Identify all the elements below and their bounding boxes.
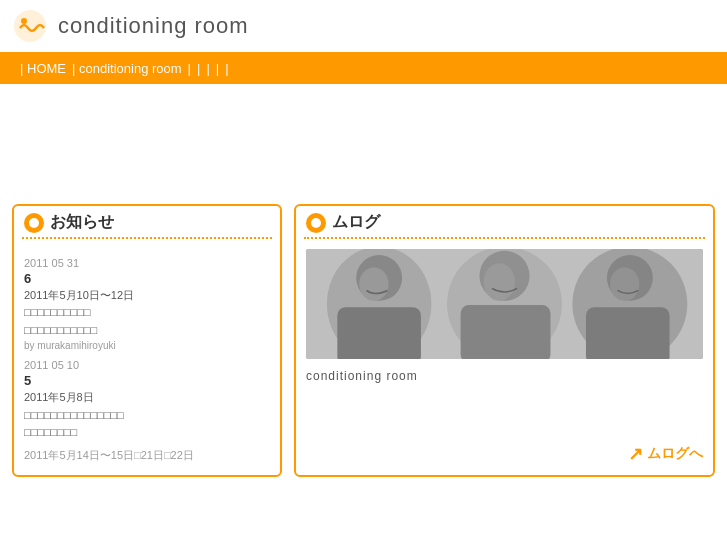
nav-sep-3: |	[206, 61, 209, 76]
svg-point-3	[311, 218, 321, 228]
oshirase-scroll[interactable]: 2011 05 31 6 2011年5月10日〜12日 □□□□□□□□□□ □…	[24, 249, 270, 469]
svg-rect-16	[586, 307, 670, 359]
mulog-panel: ムログ	[294, 204, 715, 477]
mulog-link[interactable]: ↗ ムログへ	[306, 443, 703, 465]
oshirase-body: 2011 05 31 6 2011年5月10日〜12日 □□□□□□□□□□ □…	[14, 245, 280, 475]
oshirase-panel: お知らせ 2011 05 31 6 2011年5月10日〜12日 □□□□□□□…	[12, 204, 282, 477]
entry-1-line1: 2011年5月10日〜12日	[24, 288, 268, 303]
mulog-divider	[304, 237, 705, 239]
entry-1-date: 2011 05 31	[24, 257, 268, 269]
nav-sep-4: |	[216, 61, 219, 76]
svg-rect-15	[461, 305, 551, 359]
content-area: お知らせ 2011 05 31 6 2011年5月10日〜12日 □□□□□□□…	[0, 204, 727, 489]
entry-1-line3: □□□□□□□□□□□	[24, 323, 268, 338]
mulog-description: conditioning room	[306, 369, 703, 383]
oshirase-icon	[24, 213, 44, 233]
nav-sep-1: |	[188, 61, 191, 76]
nav-conditioning-room[interactable]: | conditioning room	[72, 61, 182, 76]
mulog-link-label: ムログへ	[647, 445, 703, 463]
mulog-title: ムログ	[332, 212, 380, 233]
entry-3-line1: □□□□□□□□□□	[24, 465, 268, 469]
entry-2-num: 5	[24, 373, 268, 388]
entry-2-line3: □□□□□□□□	[24, 425, 268, 440]
site-header: conditioning room	[0, 0, 727, 52]
mulog-header: ムログ	[296, 206, 713, 237]
entry-2-line2: □□□□□□□□□□□□□□□	[24, 408, 268, 423]
mulog-body: conditioning room ↗ ムログへ	[296, 245, 713, 475]
oshirase-header: お知らせ	[14, 206, 280, 237]
svg-point-11	[359, 267, 388, 300]
entry-1-line2: □□□□□□□□□□	[24, 305, 268, 320]
oshirase-divider	[22, 237, 272, 239]
entry-2-line1: 2011年5月8日	[24, 390, 268, 405]
entry-3-date: 2011年5月14日〜15日□21日□22日	[24, 448, 268, 463]
oshirase-title: お知らせ	[50, 212, 114, 233]
navbar: | HOME | conditioning room | | | | |	[0, 52, 727, 84]
spacer-area	[0, 84, 727, 204]
entry-2-date: 2011 05 10	[24, 359, 268, 371]
logo-icon	[12, 8, 48, 44]
svg-point-12	[484, 263, 515, 301]
mulog-image	[306, 249, 703, 359]
mulog-arrow-icon: ↗	[628, 443, 643, 465]
site-title: conditioning room	[58, 13, 249, 39]
nav-sep-5: |	[225, 61, 228, 76]
svg-point-1	[21, 18, 27, 24]
svg-point-2	[29, 218, 39, 228]
svg-rect-14	[337, 307, 421, 359]
svg-point-13	[610, 267, 639, 300]
mulog-icon	[306, 213, 326, 233]
entry-1-num: 6	[24, 271, 268, 286]
nav-home[interactable]: | HOME	[20, 61, 66, 76]
nav-sep-2: |	[197, 61, 200, 76]
entry-1-by: by murakamihiroyuki	[24, 340, 268, 351]
